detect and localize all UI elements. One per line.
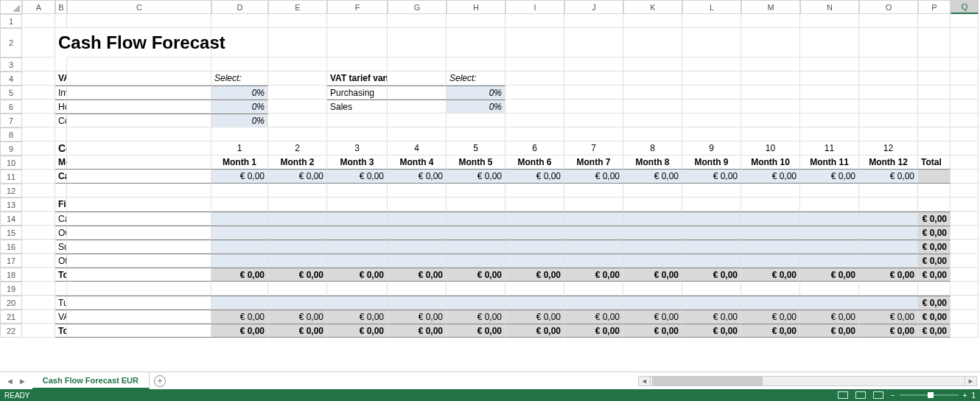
col-header-F[interactable]: F — [327, 0, 388, 14]
cell[interactable] — [388, 14, 447, 28]
cell[interactable] — [741, 57, 800, 72]
vat-right-item-value[interactable]: 0% — [447, 100, 505, 114]
cell[interactable] — [800, 128, 859, 142]
vat-row-value[interactable]: € 0,00 — [682, 310, 741, 324]
cell[interactable] — [564, 72, 623, 86]
cell[interactable] — [67, 114, 211, 128]
cell[interactable] — [918, 14, 951, 28]
row-header-17[interactable]: 17 — [0, 254, 22, 268]
total-finance-value[interactable]: € 0,00 — [623, 268, 682, 282]
view-page-layout-icon[interactable] — [855, 391, 866, 399]
cash-bank-value[interactable]: € 0,00 — [505, 170, 564, 184]
cell[interactable] — [918, 100, 951, 114]
col-header-J[interactable]: J — [564, 0, 623, 14]
finance-row-value[interactable] — [623, 212, 682, 226]
cell[interactable] — [918, 114, 951, 128]
cell[interactable] — [505, 198, 564, 212]
cell[interactable] — [918, 57, 951, 72]
cell[interactable] — [951, 72, 979, 86]
sheet-tab-active[interactable]: Cash Flow Forecast EUR — [32, 372, 150, 389]
cell[interactable] — [951, 282, 979, 296]
cell[interactable] — [388, 114, 447, 128]
cell[interactable] — [918, 282, 951, 296]
finance-row-value[interactable] — [859, 226, 918, 240]
col-header-D[interactable]: D — [211, 0, 268, 14]
finance-row-value[interactable] — [268, 226, 327, 240]
cell[interactable] — [327, 282, 388, 296]
zoom-out-icon[interactable]: − — [891, 391, 895, 400]
finance-row-value[interactable] — [388, 212, 447, 226]
col-header-L[interactable]: L — [682, 0, 741, 14]
view-normal-icon[interactable] — [838, 391, 848, 399]
vat-row-value[interactable]: € 0,00 — [388, 310, 447, 324]
cell[interactable] — [564, 57, 623, 72]
finance-row-value[interactable] — [564, 240, 623, 254]
total-revenue-value[interactable]: € 0,00 — [268, 324, 327, 338]
cell[interactable] — [67, 310, 211, 324]
cell[interactable] — [211, 57, 268, 72]
vat-left-item-value[interactable]: 0% — [211, 114, 268, 128]
cell[interactable] — [268, 198, 327, 212]
cell[interactable] — [918, 142, 951, 156]
cell[interactable] — [951, 86, 979, 100]
cell[interactable] — [741, 114, 800, 128]
cell[interactable] — [564, 86, 623, 100]
cell[interactable] — [505, 86, 564, 100]
cell[interactable] — [951, 57, 979, 72]
finance-row-value[interactable] — [211, 226, 268, 240]
cell[interactable] — [67, 86, 211, 100]
finance-row-value[interactable] — [623, 240, 682, 254]
cell[interactable] — [55, 14, 67, 28]
finance-row-value[interactable] — [682, 240, 741, 254]
cash-bank-value[interactable]: € 0,00 — [327, 170, 388, 184]
cell[interactable] — [447, 14, 505, 28]
cell[interactable] — [268, 86, 327, 100]
cell[interactable] — [67, 170, 211, 184]
cell[interactable] — [800, 86, 859, 100]
cell[interactable] — [67, 324, 211, 338]
cell[interactable] — [505, 184, 564, 198]
total-finance-value[interactable]: € 0,00 — [682, 268, 741, 282]
turnover-value[interactable] — [505, 296, 564, 310]
finance-row-value[interactable] — [741, 240, 800, 254]
finance-row-value[interactable] — [741, 212, 800, 226]
cell[interactable] — [268, 114, 327, 128]
cell[interactable] — [211, 198, 268, 212]
cell[interactable] — [22, 114, 55, 128]
cell[interactable] — [268, 72, 327, 86]
cell[interactable] — [447, 282, 505, 296]
cell[interactable] — [67, 212, 211, 226]
zoom-slider[interactable]: − + 1 — [891, 391, 976, 400]
view-page-break-icon[interactable] — [873, 391, 883, 399]
cell[interactable] — [67, 156, 211, 170]
finance-row-value[interactable] — [447, 254, 505, 268]
total-finance-total[interactable]: € 0,00 — [918, 268, 951, 282]
cell[interactable] — [859, 28, 918, 57]
tab-first-icon[interactable]: ◄ — [6, 377, 14, 386]
total-revenue-value[interactable]: € 0,00 — [447, 324, 505, 338]
row-header-5[interactable]: 5 — [0, 86, 22, 100]
cell[interactable] — [268, 14, 327, 28]
cell[interactable] — [951, 198, 979, 212]
cell[interactable] — [388, 198, 447, 212]
finance-row-value[interactable] — [211, 212, 268, 226]
cell[interactable] — [67, 268, 211, 282]
cell[interactable] — [623, 57, 682, 72]
total-finance-value[interactable]: € 0,00 — [211, 268, 268, 282]
cell[interactable] — [211, 14, 268, 28]
vat-row-value[interactable]: € 0,00 — [564, 310, 623, 324]
finance-row-value[interactable] — [268, 212, 327, 226]
cell[interactable] — [67, 57, 211, 72]
finance-row-value[interactable] — [447, 226, 505, 240]
col-header-Q[interactable]: Q — [951, 0, 979, 14]
cell[interactable] — [623, 128, 682, 142]
total-finance-value[interactable]: € 0,00 — [447, 268, 505, 282]
cell[interactable] — [859, 198, 918, 212]
cell[interactable] — [55, 57, 67, 72]
cell[interactable] — [268, 184, 327, 198]
tab-prev-icon[interactable]: ► — [18, 377, 27, 386]
cell[interactable] — [564, 128, 623, 142]
cash-bank-value[interactable]: € 0,00 — [268, 170, 327, 184]
cell[interactable] — [951, 212, 979, 226]
cell[interactable] — [800, 198, 859, 212]
